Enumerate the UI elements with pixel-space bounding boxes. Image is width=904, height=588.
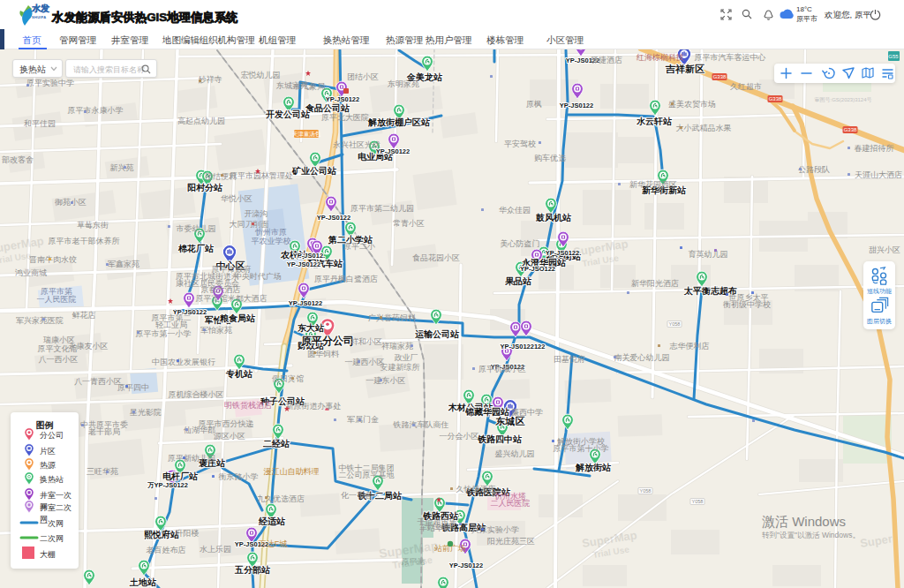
- svg-text:审图号:GS(2023)3124号: 审图号:GS(2023)3124号: [814, 96, 871, 103]
- svg-text:经适站: 经适站: [258, 516, 286, 526]
- svg-text:开发公司站: 开发公司站: [265, 109, 311, 119]
- svg-text:五分部站: 五分部站: [234, 565, 271, 575]
- svg-text:原平机械小区: 原平机械小区: [478, 365, 526, 373]
- svg-text:甜兴小区: 甜兴小区: [869, 245, 900, 254]
- svg-text:YP-JSO122: YP-JSO122: [520, 265, 555, 273]
- svg-text:YP-JS0122: YP-JS0122: [326, 95, 359, 103]
- svg-text:运输公司站: 运输公司站: [415, 329, 460, 339]
- svg-text:YP-JS0122: YP-JS0122: [317, 214, 350, 222]
- svg-text:华悦小区: 华悦小区: [221, 194, 252, 203]
- svg-text:部改客舍: 部改客舍: [2, 155, 34, 164]
- svg-text:军兴家苑医院: 军兴家苑医院: [16, 316, 64, 325]
- svg-text:一建东小区: 一建东小区: [366, 376, 406, 385]
- svg-text:二经站: 二经站: [263, 439, 290, 449]
- svg-text:市委幼儿园: 市委幼儿园: [177, 224, 216, 233]
- svg-text:公路段队: 公路段队: [798, 165, 830, 174]
- svg-text:原平市第二幼儿园: 原平市第二幼儿园: [350, 204, 414, 213]
- svg-text:解放街棚户区站: 解放街棚户区站: [367, 117, 431, 127]
- svg-text:新兴苑: 新兴苑: [110, 163, 134, 172]
- svg-text:开滦沟: 开滦沟: [245, 209, 268, 218]
- svg-text:廉西中学: 廉西中学: [511, 408, 543, 417]
- svg-text:一分会小区: 一分会小区: [440, 432, 479, 441]
- svg-text:新原街道办事处: 新原街道办事处: [286, 402, 342, 411]
- svg-text:千位超市: 千位超市: [425, 522, 456, 531]
- svg-text:专机站: 专机站: [225, 369, 253, 379]
- svg-text:晋南牛肉水饺: 晋南牛肉水饺: [28, 255, 77, 264]
- svg-text:永康友小区: 永康友小区: [69, 342, 109, 351]
- svg-text:东明家苑: 东明家苑: [387, 79, 419, 88]
- svg-text:忻州市原: 忻州市原: [254, 228, 287, 237]
- svg-text:三旺华苑: 三旺华苑: [87, 467, 118, 476]
- svg-text:兴原实验小学: 兴原实验小学: [471, 525, 519, 534]
- svg-text:原平市第十小学: 原平市第十小学: [554, 444, 609, 453]
- svg-text:团结小区: 团结小区: [347, 72, 379, 81]
- svg-text:解放街站: 解放街站: [575, 463, 612, 472]
- svg-text:平安驾校: 平安驾校: [504, 139, 536, 148]
- svg-text:二公司原平基地: 二公司原平基地: [339, 471, 395, 479]
- svg-text:草莓东街: 草莓东街: [77, 221, 109, 230]
- svg-text:鸿业商城: 鸿业商城: [15, 268, 47, 277]
- svg-text:矿业公司站: 矿业公司站: [291, 166, 337, 176]
- svg-text:原平四中: 原平四中: [117, 383, 149, 392]
- svg-text:安建新综所: 安建新综所: [380, 363, 420, 372]
- svg-text:新华阳光酒店: 新华阳光酒店: [631, 279, 679, 288]
- svg-text:天涯山大酒店: 天涯山大酒店: [855, 170, 902, 179]
- svg-text:原平实验中学: 原平实验中学: [26, 79, 74, 87]
- svg-text:水上乐园: 水上乐园: [200, 545, 231, 554]
- svg-text:久快捷酒店: 久快捷酒店: [456, 485, 496, 494]
- svg-text:原平市园林管理处: 原平市园林管理处: [230, 171, 293, 180]
- svg-text:久红超市: 久红超市: [730, 82, 762, 91]
- svg-text:东大站: 东大站: [297, 323, 325, 333]
- svg-text:中央时代广场: 中央时代广场: [234, 272, 282, 281]
- svg-text:源区小区: 源区小区: [214, 432, 245, 441]
- svg-text:食品公司站: 食品公司站: [305, 103, 350, 113]
- svg-text:G55: G55: [888, 54, 899, 59]
- svg-text:电杆厂站: 电杆厂站: [162, 471, 199, 481]
- svg-text:原平二小: 原平二小: [343, 242, 375, 251]
- svg-text:水云轩站: 水云轩站: [636, 117, 673, 126]
- svg-text:八一西小区: 八一西小区: [39, 355, 79, 364]
- svg-text:盛兴幼儿园: 盛兴幼儿园: [495, 449, 535, 458]
- svg-text:驿捷酒店: 驿捷酒店: [591, 56, 622, 64]
- svg-text:G338: G338: [769, 96, 782, 102]
- svg-text:美心防盗门: 美心防盗门: [501, 239, 540, 248]
- svg-text:中国农业发展银行: 中国农业发展银行: [152, 358, 215, 366]
- svg-text:政业厂: 政业厂: [395, 353, 418, 362]
- svg-text:八一青西小区: 八一青西小区: [74, 377, 122, 386]
- svg-text:原平新幼儿园: 原平新幼儿园: [168, 454, 215, 463]
- svg-text:漫江山自助料理: 漫江山自助料理: [264, 467, 320, 476]
- svg-text:圆华饲料: 圆华饲料: [307, 350, 339, 358]
- svg-text:阳光庄苑三区: 阳光庄苑三区: [487, 537, 535, 546]
- svg-text:鼓风机站: 鼓风机站: [535, 213, 572, 222]
- svg-text:原平市西分快递: 原平市西分快递: [199, 419, 254, 428]
- svg-text:明铁货栈酒店: 明铁货栈酒店: [224, 401, 272, 410]
- svg-text:YP-JS012.: YP-JS012.: [293, 252, 325, 260]
- svg-text:东城区: 东城区: [495, 416, 525, 426]
- svg-text:YP-JS0122122: YP-JS0122122: [501, 343, 546, 351]
- svg-text:果品站: 果品站: [504, 276, 532, 286]
- svg-text:原机综合楼小区: 原机综合楼小区: [169, 390, 224, 399]
- svg-text:华众佳园: 华众佳园: [499, 206, 531, 215]
- svg-text:永兴社区光伏: 永兴社区光伏: [333, 140, 380, 149]
- svg-text:YP-JS0122: YP-JS0122: [376, 147, 410, 155]
- svg-text:广兴誉药饲料: 广兴誉药饲料: [368, 313, 416, 322]
- svg-text:京都大酒店: 京都大酒店: [201, 285, 241, 294]
- svg-text:原平分公司: 原平分公司: [300, 335, 354, 347]
- svg-text:原平市永康小学: 原平市永康小学: [68, 106, 124, 115]
- svg-text:粮食局站: 粮食局站: [219, 313, 256, 323]
- svg-text:激活 Windows: 激活 Windows: [762, 514, 846, 529]
- svg-text:万YP-JS0122: 万YP-JS0122: [147, 481, 188, 489]
- svg-text:红海棕榈科技: 红海棕榈科技: [636, 53, 684, 62]
- svg-text:九久优选酒店: 九久优选酒店: [257, 494, 305, 503]
- svg-text:宏悦幼儿园: 宏悦幼儿园: [241, 71, 281, 79]
- svg-text:Y058: Y058: [669, 321, 681, 327]
- svg-text:铁路汽车队商住: 铁路汽车队商住: [393, 420, 449, 429]
- svg-text:转到"设置"以激活 Windows。: 转到"设置"以激活 Windows。: [762, 531, 860, 539]
- svg-text:妙祥寺: 妙祥寺: [199, 75, 222, 84]
- svg-text:阳村分站: 阳村分站: [187, 183, 223, 192]
- svg-text:一人民医院: 一人民医院: [37, 295, 77, 304]
- svg-text:祥瑞家苑: 祥瑞家苑: [381, 342, 413, 351]
- svg-text:衡初级中学校: 衡初级中学校: [723, 300, 771, 309]
- svg-text:吉祥新区: 吉祥新区: [665, 64, 704, 74]
- svg-text:YP-JS0122: YP-JS0122: [560, 102, 593, 109]
